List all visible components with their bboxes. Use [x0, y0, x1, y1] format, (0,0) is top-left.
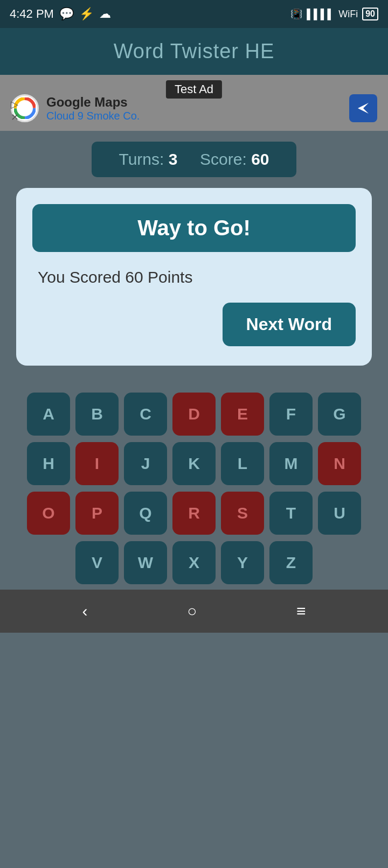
- key-z[interactable]: Z: [269, 541, 313, 584]
- ad-company-name: Google Maps: [46, 95, 140, 110]
- close-icon[interactable]: ✕: [11, 111, 19, 123]
- key-f[interactable]: F: [269, 393, 313, 436]
- status-bar: 4:42 PM 💬 ⚡ ☁ 📳 ▌▌▌▌ WiFi 90: [0, 0, 388, 28]
- key-u[interactable]: U: [318, 492, 361, 535]
- dialog-overlay: Way to Go! You Scored 60 Points Next Wor…: [0, 188, 388, 382]
- status-right: 📳 ▌▌▌▌ WiFi 90: [290, 8, 378, 20]
- dialog-title-text: Way to Go!: [137, 216, 251, 240]
- key-row-0: ABCDEFG: [27, 393, 361, 436]
- back-button[interactable]: ‹: [82, 602, 87, 620]
- turns-label: Turns:: [119, 150, 164, 168]
- dialog-title-bar: Way to Go!: [32, 204, 356, 252]
- cloud-icon: ☁: [99, 7, 111, 21]
- status-left: 4:42 PM 💬 ⚡ ☁: [10, 7, 111, 21]
- app-header: Word Twister HE: [0, 28, 388, 75]
- vibrate-icon: 📳: [290, 8, 302, 20]
- key-n[interactable]: N: [318, 442, 361, 485]
- key-l[interactable]: L: [221, 442, 264, 485]
- key-s[interactable]: S: [221, 492, 264, 535]
- key-o[interactable]: O: [27, 492, 70, 535]
- key-row-1: HIJKLMN: [27, 442, 361, 485]
- key-i[interactable]: I: [75, 442, 119, 485]
- status-time: 4:42 PM: [10, 7, 54, 21]
- signal-icon: ▌▌▌▌: [307, 9, 334, 20]
- battery-indicator: 90: [362, 8, 378, 20]
- key-g[interactable]: G: [318, 393, 361, 436]
- turns-value: 3: [169, 150, 178, 168]
- keyboard-section: ABCDEFGHIJKLMNOPQRSTUVWXYZ: [0, 382, 388, 590]
- key-a[interactable]: A: [27, 393, 70, 436]
- menu-button[interactable]: ≡: [296, 602, 306, 620]
- key-row-2: OPQRSTU: [27, 492, 361, 535]
- key-m[interactable]: M: [269, 442, 313, 485]
- home-button[interactable]: ○: [187, 602, 197, 620]
- key-r[interactable]: R: [172, 492, 216, 535]
- usb-icon: ⚡: [79, 7, 94, 21]
- next-word-button[interactable]: Next Word: [223, 303, 356, 346]
- key-p[interactable]: P: [75, 492, 119, 535]
- ad-subtitle: Cloud 9 Smoke Co.: [46, 110, 140, 122]
- whatsapp-icon: 💬: [59, 7, 74, 21]
- ad-test-label: Test Ad: [166, 80, 222, 99]
- score-label: Score:: [200, 150, 247, 168]
- app-title: Word Twister HE: [114, 40, 275, 62]
- ad-nav-icon[interactable]: [349, 94, 377, 122]
- key-h[interactable]: H: [27, 442, 70, 485]
- play-icon: ▷: [11, 99, 19, 110]
- ad-bottom-icons: ▷ ✕: [11, 99, 19, 123]
- key-x[interactable]: X: [172, 541, 216, 584]
- key-v[interactable]: V: [75, 541, 119, 584]
- key-j[interactable]: J: [124, 442, 167, 485]
- key-t[interactable]: T: [269, 492, 313, 535]
- key-w[interactable]: W: [124, 541, 167, 584]
- key-c[interactable]: C: [124, 393, 167, 436]
- ad-left: Google Maps Cloud 9 Smoke Co.: [11, 94, 140, 122]
- score-bar-wrap: Turns: 3 Score: 60: [0, 131, 388, 188]
- key-e[interactable]: E: [221, 393, 264, 436]
- dialog-score-text: You Scored 60 Points: [32, 268, 192, 286]
- key-q[interactable]: Q: [124, 492, 167, 535]
- wifi-icon: WiFi: [338, 9, 358, 20]
- ad-text-block: Google Maps Cloud 9 Smoke Co.: [46, 95, 140, 122]
- score-value: 60: [251, 150, 269, 168]
- key-y[interactable]: Y: [221, 541, 264, 584]
- key-row-3: VWXYZ: [75, 541, 313, 584]
- score-bar: Turns: 3 Score: 60: [92, 142, 296, 177]
- key-k[interactable]: K: [172, 442, 216, 485]
- dialog-box: Way to Go! You Scored 60 Points Next Wor…: [16, 188, 372, 366]
- key-d[interactable]: D: [172, 393, 216, 436]
- key-b[interactable]: B: [75, 393, 119, 436]
- ad-banner: Test Ad Google Maps Cloud 9 Smoke Co. ▷ …: [0, 75, 388, 131]
- nav-bar: ‹ ○ ≡: [0, 590, 388, 633]
